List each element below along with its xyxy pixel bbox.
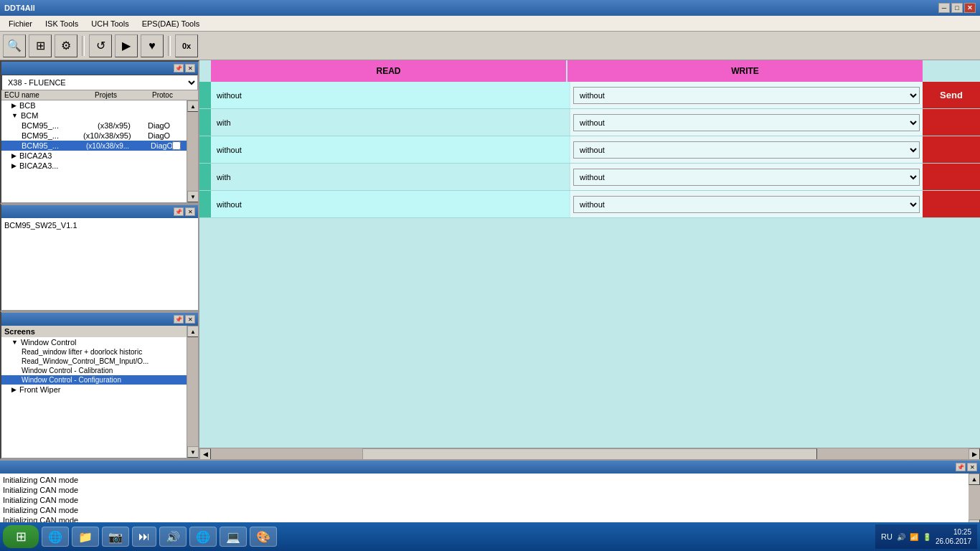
taskbar-app-terminal[interactable]: 💻 <box>220 527 247 547</box>
minimize-button[interactable]: ─ <box>938 3 950 13</box>
log-pin[interactable]: 📌 <box>956 463 966 471</box>
taskbar-app-ie[interactable]: 🌐 <box>42 527 69 547</box>
screens-panel-close[interactable]: ✕ <box>185 315 195 324</box>
col-protocol: Protoc <box>152 91 195 99</box>
rw-header: READ WRITE <box>199 60 980 82</box>
ecu-dropdown[interactable]: X38 - FLUENCE <box>1 75 198 90</box>
heart-button[interactable]: ♥ <box>141 34 164 57</box>
info-panel-controls: 📌 ✕ <box>174 207 195 216</box>
scroll-thumb[interactable] <box>362 448 817 460</box>
info-panel-close[interactable]: ✕ <box>185 207 195 216</box>
table-row: without without <box>199 136 980 164</box>
taskbar-app-files[interactable]: 📁 <box>72 527 99 547</box>
write-header: WRITE <box>567 60 923 82</box>
row-write-select-3[interactable]: without <box>573 141 920 159</box>
row-read-2: with <box>211 109 569 136</box>
grid-button[interactable]: ⊞ <box>29 34 52 57</box>
row-write-select-2[interactable]: without <box>573 114 920 131</box>
tree-item-bcm95-3[interactable]: BCM95_... (x10/x38/x9... DiagO <box>1 141 187 151</box>
taskbar-app-media[interactable]: 📷 <box>102 527 129 547</box>
screens-label: Screens <box>1 326 187 337</box>
bcm95-3-prot: DiagO <box>151 141 172 150</box>
log-close[interactable]: ✕ <box>967 463 977 471</box>
ecu-scroll-up[interactable]: ▲ <box>187 100 198 112</box>
row-indicator-3 <box>199 136 211 163</box>
screens-scroll-down[interactable]: ▼ <box>187 446 199 458</box>
wc-label: Window Control <box>21 338 77 347</box>
row-write-3[interactable]: without <box>570 136 923 163</box>
send-button-1[interactable]: Send <box>923 82 980 108</box>
bcm95-1-proj: (x38/x95) <box>98 121 148 130</box>
taskbar-app-audio[interactable]: 🔊 <box>159 527 187 547</box>
screens-scroll-up[interactable]: ▲ <box>187 326 199 337</box>
row-write-select-1[interactable]: without <box>573 87 920 104</box>
row-write-1[interactable]: without <box>570 82 923 108</box>
tree-window-calibration[interactable]: Window Control - Calibration <box>1 366 187 375</box>
screens-panel-pin[interactable]: 📌 <box>174 315 184 324</box>
tree-window-control[interactable]: ▼ Window Control <box>1 337 187 347</box>
menu-eps-tools[interactable]: EPS(DAE) Tools <box>136 18 206 29</box>
log-controls: 📌 ✕ <box>956 463 977 471</box>
bica-more-arrow: ▶ <box>11 162 17 169</box>
restore-button[interactable]: □ <box>951 3 963 13</box>
bottom-area: 📌 ✕ Initializing CAN mode Initializing C… <box>0 459 980 531</box>
taskbar-app-skip[interactable]: ⏭ <box>132 527 156 547</box>
app-title: DDT4All <box>4 4 35 12</box>
row-read-3: without <box>211 136 569 163</box>
tree-window-configuration[interactable]: Window Control - Configuration <box>1 375 187 385</box>
rw-label: Read_window lifter + doorlock historic <box>22 348 142 356</box>
row-write-select-5[interactable]: without <box>573 196 920 213</box>
menu-fichier[interactable]: Fichier <box>3 18 38 29</box>
row-write-5[interactable]: without <box>570 191 923 217</box>
settings-button[interactable]: ⚙ <box>55 34 77 57</box>
tree-item-bcm95-1[interactable]: BCM95_... (x38/x95) DiagO <box>1 121 187 131</box>
tree-read-window-control[interactable]: Read_Window_Control_BCM_Input/O... <box>1 357 187 366</box>
screens-tree: Screens ▼ Window Control Read_window lif… <box>1 326 198 458</box>
ecu-panel-close[interactable]: ✕ <box>185 64 195 72</box>
menu-uch-tools[interactable]: UCH Tools <box>85 18 134 29</box>
row-write-2[interactable]: without <box>570 109 923 136</box>
scroll-left-btn[interactable]: ◀ <box>199 448 211 460</box>
ecu-table-header: ECU name Projets Protoc <box>1 90 198 100</box>
tree-item-bica-more[interactable]: ▶ BICA2A3... <box>1 161 187 171</box>
ecu-scroll-down[interactable]: ▼ <box>187 191 198 202</box>
hex-button[interactable]: 0x <box>175 34 198 57</box>
tree-read-window[interactable]: Read_window lifter + doorlock historic <box>1 347 187 357</box>
start-button[interactable]: ⊞ <box>3 525 39 548</box>
info-panel-pin[interactable]: 📌 <box>174 207 184 216</box>
ecu-scrollbar[interactable]: ▲ ▼ <box>187 100 198 202</box>
tree-front-wiper[interactable]: ▶ Front Wiper <box>1 385 187 395</box>
refresh-button[interactable]: ↺ <box>89 34 112 57</box>
menu-isk-tools[interactable]: ISK Tools <box>39 18 84 29</box>
ecu-panel-pin[interactable]: 📌 <box>174 64 184 72</box>
tree-item-bica2a3[interactable]: ▶ BICA2A3 <box>1 151 187 161</box>
tree-item-bcm[interactable]: ▼ BCM <box>1 110 187 121</box>
h-scrollbar[interactable]: ◀ ▶ <box>199 448 980 459</box>
scroll-track[interactable] <box>211 448 969 460</box>
table-row: without without <box>199 191 980 218</box>
send-empty-4 <box>923 164 980 190</box>
row-indicator-4 <box>199 164 211 190</box>
tree-item-bcm95-2[interactable]: BCM95_... (x10/x38/x95) DiagO <box>1 131 187 141</box>
bcm95-3-checkbox[interactable] <box>172 141 181 150</box>
bcm95-2-prot: DiagO <box>148 131 184 140</box>
search-button[interactable]: 🔍 <box>3 34 26 57</box>
scroll-right-btn[interactable]: ▶ <box>969 448 980 460</box>
send-empty-2 <box>923 109 980 136</box>
bica2a3-label: BICA2A3 <box>19 151 52 160</box>
taskbar-tray: RU 🔊 📶 🔋 10:25 26.06.2017 <box>875 524 977 549</box>
row-write-select-4[interactable]: without <box>573 169 920 186</box>
row-read-1: without <box>211 82 569 108</box>
tray-clock: 10:25 26.06.2017 <box>936 527 971 546</box>
info-content: BCM95_SW25_V1.1 <box>1 218 198 310</box>
log-scroll-up[interactable]: ▲ <box>969 474 980 485</box>
taskbar-app-browser[interactable]: 🌐 <box>189 527 217 547</box>
send-empty-5 <box>923 191 980 217</box>
screens-scrollbar[interactable]: ▲ ▼ <box>187 326 198 458</box>
play-button[interactable]: ▶ <box>115 34 138 57</box>
main-layout: 📌 ✕ X38 - FLUENCE ECU name Projets Proto… <box>0 60 980 459</box>
tree-item-bcb[interactable]: ▶ BCB <box>1 100 187 110</box>
taskbar-app-paint[interactable]: 🎨 <box>250 527 277 547</box>
row-write-4[interactable]: without <box>570 164 923 190</box>
close-button[interactable]: ✕ <box>964 3 976 13</box>
